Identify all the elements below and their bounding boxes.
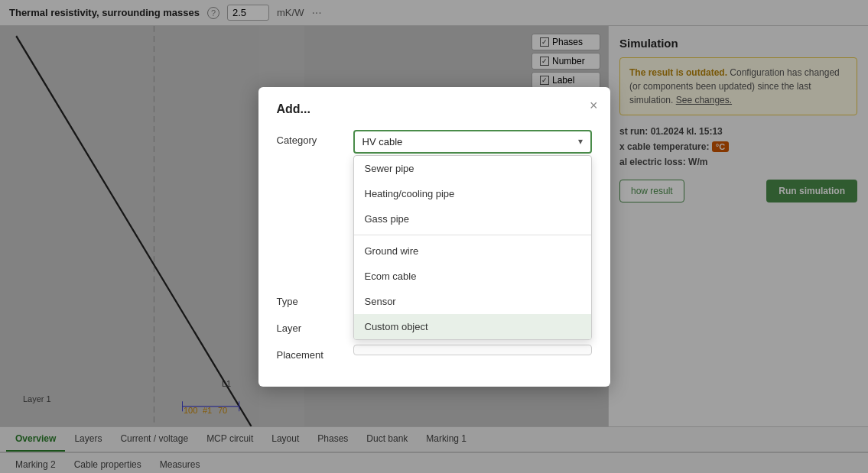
category-row: Category HV cable ▾ Sewer pipe Heating/c… [277,130,592,154]
category-field: HV cable ▾ Sewer pipe Heating/cooling pi… [353,130,592,154]
modal-title: Add... [277,102,592,116]
placement-field [353,345,592,355]
chevron-down-icon: ▾ [578,136,583,147]
placement-input[interactable] [353,345,592,355]
category-selected-value: HV cable [362,136,403,147]
modal-close-button[interactable]: × [590,98,598,114]
dropdown-item-sewer-pipe[interactable]: Sewer pipe [354,156,591,181]
type-label: Type [277,291,346,307]
dropdown-item-sensor[interactable]: Sensor [354,289,591,314]
placement-row: Placement [277,345,592,361]
modal-overlay: Add... × Category HV cable ▾ Sewer pipe … [0,0,868,473]
placement-label: Placement [277,345,346,361]
category-dropdown-trigger[interactable]: HV cable ▾ [353,130,592,154]
dropdown-separator [354,235,591,235]
layer-label: Layer [277,318,346,334]
dropdown-item-heating-cooling-pipe[interactable]: Heating/cooling pipe [354,181,591,206]
category-dropdown-menu: Sewer pipe Heating/cooling pipe Gass pip… [353,155,592,340]
dropdown-item-gass-pipe[interactable]: Gass pipe [354,206,591,232]
add-modal: Add... × Category HV cable ▾ Sewer pipe … [258,87,610,387]
dropdown-item-custom-object[interactable]: Custom object [354,314,591,339]
category-label: Category [277,130,346,146]
dropdown-item-ecom-cable[interactable]: Ecom cable [354,264,591,289]
dropdown-item-ground-wire[interactable]: Ground wire [354,238,591,264]
